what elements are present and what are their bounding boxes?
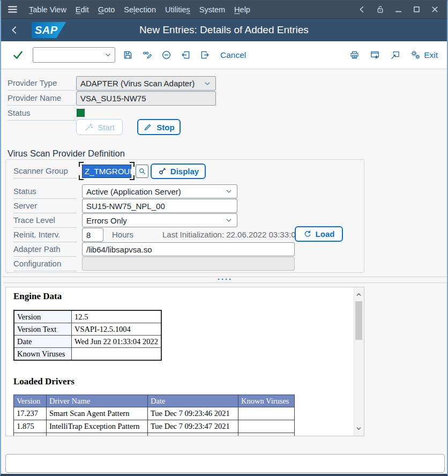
table-row: 17.237Smart Scan Agent PatternTue Dec 7 … bbox=[14, 407, 295, 420]
server-field[interactable] bbox=[82, 199, 237, 213]
drivers-cell: IntelliTrap Exception Pattern bbox=[47, 420, 148, 433]
scroll-up-icon[interactable] bbox=[355, 291, 362, 298]
combo-chevron-icon[interactable] bbox=[104, 51, 112, 59]
menu-bar: Table ViewEditGotoSelectionUtilitiesSyst… bbox=[1, 1, 447, 19]
splitter-handle[interactable]: ···· bbox=[3, 274, 447, 285]
engine-data-heading: Engine Data bbox=[13, 291, 62, 302]
exit-button[interactable]: Exit bbox=[424, 50, 438, 60]
trace-level-label: Trace Level bbox=[13, 213, 77, 228]
trace-level-select[interactable]: Errors Only bbox=[82, 213, 237, 227]
html-viewer-panel: Engine Data Version12.5Version TextVSAPI… bbox=[5, 287, 364, 436]
minimize-icon[interactable] bbox=[394, 5, 403, 14]
provider-type-label: Provider Type bbox=[8, 76, 76, 91]
print-icon[interactable] bbox=[349, 50, 360, 60]
configuration-field[interactable] bbox=[82, 257, 295, 271]
new-session-icon[interactable] bbox=[370, 50, 380, 60]
menu-item-edit[interactable]: Edit bbox=[76, 4, 89, 15]
engine-key-cell: Known Viruses bbox=[14, 348, 72, 361]
drivers-cell: Tue Dec 7 09:23:47 2021 bbox=[148, 420, 238, 433]
reinit-interval-label: Reinit. Interv. bbox=[13, 228, 77, 242]
circle-minus-icon[interactable] bbox=[161, 50, 171, 60]
vertical-scrollbar[interactable] bbox=[354, 287, 364, 436]
chevron-left-icon[interactable] bbox=[9, 25, 20, 35]
enter-check-icon[interactable] bbox=[12, 49, 24, 61]
chevron-left-icon[interactable] bbox=[357, 5, 367, 14]
engine-value-cell bbox=[72, 348, 161, 361]
table-row: Version TextVSAPI-12.5.1004 bbox=[14, 323, 161, 336]
engine-key-cell: Date bbox=[14, 336, 72, 348]
hamburger-icon[interactable] bbox=[7, 4, 18, 15]
drivers-cell: IntelliTrap Pattern bbox=[47, 433, 148, 437]
engine-value-cell: VSAPI-12.5.1004 bbox=[72, 323, 161, 336]
value-help-button[interactable] bbox=[136, 165, 148, 178]
provider-name-label: Provider Name bbox=[8, 91, 76, 106]
scrollbar-thumb[interactable] bbox=[355, 301, 362, 340]
menu-item-goto[interactable]: Goto bbox=[98, 4, 115, 15]
cancel-button[interactable]: Cancel bbox=[220, 50, 246, 60]
engine-table-body: Version12.5Version TextVSAPI-12.5.1004Da… bbox=[14, 310, 161, 360]
drivers-header-row: VersionDriver NameDateKnown Viruses bbox=[14, 395, 295, 407]
engine-data-table: Version12.5Version TextVSAPI-12.5.1004Da… bbox=[13, 310, 162, 361]
page-arrow-left-icon[interactable] bbox=[181, 50, 191, 60]
sap-gui-window: Table ViewEditGotoSelectionUtilitiesSyst… bbox=[0, 0, 448, 476]
provider-type-select[interactable]: ADAPTER (Virus Scan Adapter) bbox=[76, 76, 216, 91]
scanner-group-focus: Z_TMGROUP bbox=[79, 162, 135, 180]
configuration-label: Configuration bbox=[13, 257, 77, 271]
scanner-group-field[interactable]: Z_TMGROUP bbox=[82, 165, 131, 178]
stop-button-label: Stop bbox=[156, 123, 174, 132]
scroll-down-icon[interactable] bbox=[355, 425, 362, 432]
scanner-group-label: Scanner Group bbox=[13, 164, 77, 178]
menu-item-table-view[interactable]: Table View bbox=[29, 4, 66, 15]
provider-name-field[interactable] bbox=[76, 91, 216, 106]
last-initialization-text: Last Initialization: 22.06.2022 03:33:05 bbox=[162, 228, 288, 242]
engine-key-cell: Version bbox=[14, 310, 72, 323]
menu-item-utilities[interactable]: Utilities bbox=[165, 4, 190, 15]
drivers-cell: Tue Dec 7 09:23:47 2021 bbox=[148, 433, 238, 437]
drivers-cell: 0.253 bbox=[14, 433, 47, 437]
def-status-select[interactable]: Active (Application Server) bbox=[82, 184, 237, 198]
display-change-icon[interactable] bbox=[142, 50, 152, 60]
close-icon[interactable] bbox=[430, 5, 439, 14]
save-icon[interactable] bbox=[123, 50, 133, 60]
load-button[interactable]: Load bbox=[295, 226, 343, 242]
drivers-cell: 17.237 bbox=[14, 407, 47, 420]
unlock-icon[interactable] bbox=[376, 5, 385, 14]
load-button-label: Load bbox=[316, 229, 335, 239]
menu-item-help[interactable]: Help bbox=[234, 4, 250, 15]
combo-chevron-icon bbox=[203, 79, 212, 88]
menu-item-selection[interactable]: Selection bbox=[124, 4, 156, 15]
splitter-grip-dots[interactable]: ···· bbox=[3, 274, 447, 285]
adapter-path-field[interactable] bbox=[82, 242, 295, 256]
status-indicator bbox=[77, 109, 85, 117]
stop-button[interactable]: Stop bbox=[137, 119, 181, 135]
page-title: New Entries: Details of Added Entries bbox=[1, 24, 447, 36]
status-bar bbox=[5, 454, 445, 473]
settings-gears-icon[interactable] bbox=[410, 50, 421, 60]
def-status-value: Active (Application Server) bbox=[86, 187, 181, 196]
display-tool-icon bbox=[158, 167, 167, 176]
display-button[interactable]: Display bbox=[151, 163, 206, 179]
table-row: DateWed Jun 22 01:33:04 2022 bbox=[14, 336, 161, 348]
table-row: Known Viruses bbox=[14, 348, 161, 361]
drivers-column-header: Date bbox=[148, 395, 238, 407]
reinit-interval-field[interactable] bbox=[82, 228, 103, 242]
drivers-table-body: 17.237Smart Scan Agent PatternTue Dec 7 … bbox=[14, 407, 295, 437]
menu-item-system[interactable]: System bbox=[199, 4, 225, 15]
provider-definition-groupbox: Scanner Group Z_TMGROUP Display Status A… bbox=[5, 159, 364, 273]
maximize-icon[interactable] bbox=[412, 5, 421, 14]
toolbar-right-icons bbox=[349, 50, 423, 60]
start-button[interactable]: Start bbox=[76, 119, 123, 135]
display-button-label: Display bbox=[170, 167, 199, 176]
engine-value-cell: Wed Jun 22 01:33:04 2022 bbox=[72, 336, 161, 348]
create-shortcut-icon[interactable] bbox=[390, 50, 400, 60]
refresh-icon bbox=[303, 230, 312, 239]
command-field[interactable] bbox=[33, 47, 115, 63]
drivers-cell bbox=[238, 433, 295, 437]
drivers-column-header: Driver Name bbox=[47, 395, 148, 407]
page-arrow-right-icon[interactable] bbox=[200, 50, 210, 60]
scanner-group-value: Z_TMGROUP bbox=[85, 167, 135, 176]
drivers-cell: 1.875 bbox=[14, 420, 47, 433]
loaded-drivers-table: VersionDriver NameDateKnown Viruses 17.2… bbox=[13, 395, 295, 436]
command-input[interactable] bbox=[36, 49, 102, 61]
table-row: 0.253IntelliTrap PatternTue Dec 7 09:23:… bbox=[14, 433, 295, 437]
